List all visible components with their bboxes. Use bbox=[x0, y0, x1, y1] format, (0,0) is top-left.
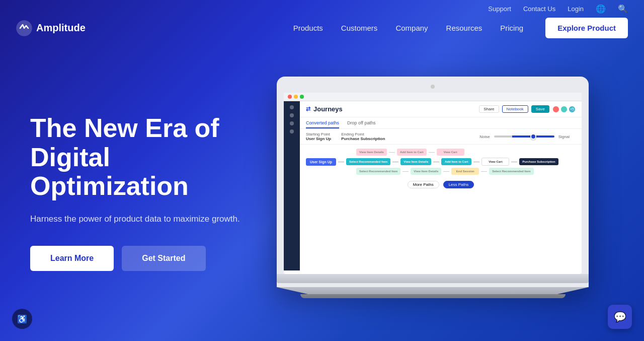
nav-resources[interactable]: Resources bbox=[446, 24, 482, 32]
chat-icon: 💬 bbox=[614, 311, 626, 323]
starting-value: User Sign Up bbox=[306, 137, 331, 141]
hero-section: The New Era of Digital Optimization Harn… bbox=[0, 46, 644, 318]
connector bbox=[403, 171, 409, 172]
screen-header: ⇄ Journeys Share Notebook Save bbox=[300, 101, 582, 117]
laptop-stand bbox=[277, 287, 589, 294]
slider-track[interactable] bbox=[494, 135, 554, 138]
connector bbox=[473, 162, 479, 162]
explore-product-button[interactable]: Explore Product bbox=[545, 18, 628, 38]
logo-text: Amplitude bbox=[36, 22, 86, 34]
connector bbox=[433, 162, 439, 162]
node-view-cart-main: View Cart bbox=[481, 158, 509, 166]
dot-yellow bbox=[294, 95, 298, 99]
node-view-item-top1: View Item Details bbox=[356, 149, 387, 156]
ending-label: Ending Point bbox=[341, 132, 385, 137]
connector bbox=[338, 162, 344, 162]
globe-icon[interactable]: 🌐 bbox=[596, 4, 606, 14]
connector bbox=[511, 162, 517, 162]
avatar-1 bbox=[552, 106, 559, 113]
navbar: Amplitude Products Customers Company Res… bbox=[0, 18, 644, 46]
node-select-recommended: Select Recommended Item bbox=[346, 158, 390, 165]
node-user-signup: User Sign Up bbox=[306, 158, 336, 166]
node-view-cart-top1: View Cart bbox=[437, 149, 464, 156]
connector bbox=[443, 171, 449, 172]
node-view-item-main: View Item Details bbox=[400, 158, 431, 165]
flow-row-top: View Item Details Add Item to Cart View … bbox=[306, 149, 576, 156]
sidebar-icon-1 bbox=[290, 105, 294, 109]
connector bbox=[481, 171, 487, 172]
logo[interactable]: Amplitude bbox=[16, 20, 86, 36]
slider-thumb[interactable] bbox=[530, 133, 536, 140]
noise-label: Noise bbox=[479, 134, 490, 139]
flow-row-bottom: Select Recommended Item View Item Detail… bbox=[306, 168, 576, 175]
path-buttons: More Paths Less Paths bbox=[306, 179, 576, 190]
hero-right: ⇄ Journeys Share Notebook Save bbox=[252, 87, 614, 298]
contact-link[interactable]: Contact Us bbox=[523, 5, 555, 13]
signal-label: Signal bbox=[558, 134, 570, 139]
sidebar-icon-4 bbox=[290, 129, 294, 133]
starting-point-filter: Starting Point User Sign Up bbox=[306, 132, 331, 141]
get-started-button[interactable]: Get Started bbox=[122, 246, 205, 271]
ending-point-filter: Ending Point Purchase Subscription bbox=[341, 132, 385, 141]
chat-button[interactable]: 💬 bbox=[608, 305, 632, 329]
accessibility-icon: ♿ bbox=[17, 314, 27, 324]
flow-row-main: User Sign Up Select Recommended Item Vie… bbox=[306, 158, 576, 166]
filter-bar: Starting Point User Sign Up Ending Point… bbox=[300, 129, 582, 145]
amplitude-logo-icon bbox=[16, 20, 32, 36]
hero-title: The New Era of Digital Optimization bbox=[30, 114, 272, 200]
support-link[interactable]: Support bbox=[488, 5, 511, 13]
screen-title: ⇄ Journeys bbox=[306, 105, 343, 113]
dot-red bbox=[288, 95, 292, 99]
node-select-recommended-bot2: Select Recommended Item bbox=[489, 168, 533, 175]
laptop-base bbox=[277, 274, 589, 283]
ending-value: Purchase Subscription bbox=[341, 137, 385, 141]
learn-more-button[interactable]: Learn More bbox=[30, 246, 114, 271]
notebook-button[interactable]: Notebook bbox=[502, 105, 528, 113]
node-select-recommended-bot: Select Recommended Item bbox=[356, 168, 400, 175]
laptop-camera bbox=[431, 85, 435, 89]
laptop-screen: ⇄ Journeys Share Notebook Save bbox=[284, 93, 582, 274]
nav-links: Products Customers Company Resources Pri… bbox=[293, 18, 628, 38]
laptop-mockup: ⇄ Journeys Share Notebook Save bbox=[277, 77, 589, 298]
starting-label: Starting Point bbox=[306, 132, 331, 137]
node-view-item-bot: View Item Details bbox=[411, 168, 441, 175]
journeys-icon: ⇄ bbox=[306, 106, 310, 112]
login-link[interactable]: Login bbox=[568, 5, 584, 13]
dot-green bbox=[300, 95, 304, 99]
avatar-group: +5 bbox=[552, 106, 576, 113]
connector bbox=[392, 162, 398, 162]
node-purchase: Purchase Subscription bbox=[519, 158, 558, 165]
app-sidebar bbox=[284, 101, 300, 270]
journey-flow: View Item Details Add Item to Cart View … bbox=[300, 145, 582, 270]
sidebar-icon-2 bbox=[290, 113, 294, 117]
app-main: ⇄ Journeys Share Notebook Save bbox=[300, 101, 582, 270]
connector bbox=[389, 152, 395, 153]
laptop-foot bbox=[300, 294, 566, 298]
noise-signal-slider[interactable]: Noise Signal bbox=[473, 132, 576, 141]
less-paths-button[interactable]: Less Paths bbox=[443, 181, 474, 188]
tab-dropoff[interactable]: Drop off paths bbox=[347, 120, 375, 128]
search-icon[interactable]: 🔍 bbox=[618, 4, 628, 14]
connector bbox=[429, 152, 435, 153]
nav-company[interactable]: Company bbox=[395, 24, 428, 32]
nav-pricing[interactable]: Pricing bbox=[500, 24, 523, 32]
screen-title-text: Journeys bbox=[313, 105, 343, 113]
screen-actions: Share Notebook Save +5 bbox=[479, 105, 576, 113]
tab-bar: Converted paths Drop off paths bbox=[300, 117, 582, 129]
tab-converted[interactable]: Converted paths bbox=[306, 120, 339, 128]
node-end-session: End Session bbox=[451, 168, 479, 175]
accessibility-button[interactable]: ♿ bbox=[12, 309, 32, 329]
hero-buttons: Learn More Get Started bbox=[30, 246, 272, 271]
laptop-body: ⇄ Journeys Share Notebook Save bbox=[277, 77, 589, 287]
hero-subtitle: Harness the power of product data to max… bbox=[30, 213, 272, 226]
save-button[interactable]: Save bbox=[531, 105, 549, 113]
node-add-item-top1: Add Item to Cart bbox=[397, 149, 427, 156]
nav-customers[interactable]: Customers bbox=[341, 24, 378, 32]
more-paths-button[interactable]: More Paths bbox=[408, 181, 439, 188]
top-bar: Support Contact Us Login 🌐 🔍 bbox=[0, 0, 644, 18]
share-button[interactable]: Share bbox=[479, 105, 499, 113]
nav-products[interactable]: Products bbox=[293, 24, 323, 32]
hero-left: The New Era of Digital Optimization Harn… bbox=[30, 114, 272, 270]
node-add-item-main: Add Item to Cart bbox=[441, 158, 471, 165]
sidebar-icon-3 bbox=[290, 121, 294, 125]
